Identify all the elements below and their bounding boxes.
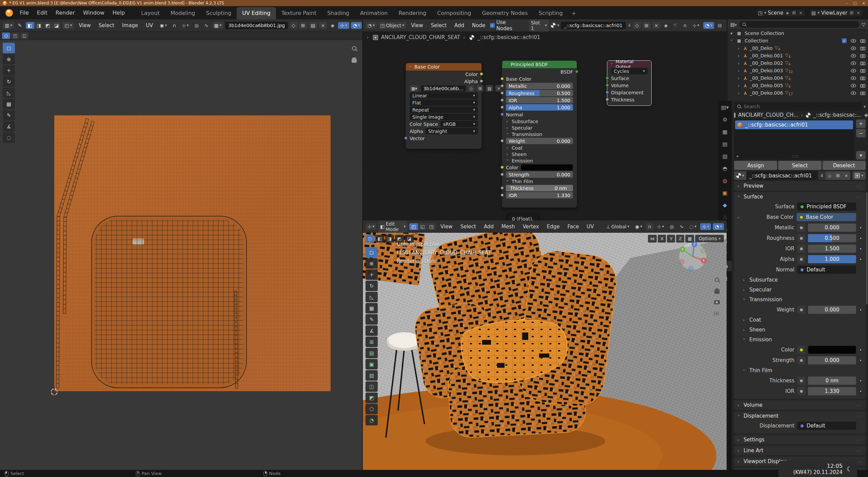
pan-hand-icon[interactable] xyxy=(714,288,719,294)
thin-film-section[interactable]: ›Thin Film xyxy=(502,178,577,185)
coat-section[interactable]: ›Coat xyxy=(502,145,577,151)
vp-menu-uv[interactable]: UV xyxy=(584,223,597,231)
remove-slot-button[interactable]: − xyxy=(856,129,866,137)
node-canvas[interactable]: › ANCILARY_CLOUD_CHAIR_SEAT › _::scfg::b… xyxy=(363,32,727,221)
mirror-z-button[interactable]: Z xyxy=(676,235,684,243)
uv-menu-select[interactable]: Select xyxy=(96,21,117,30)
snap-target-button[interactable]: ⊹▾ xyxy=(690,22,701,29)
thickness-slider[interactable]: ‹Thickness0 nm› xyxy=(506,185,573,191)
sheen-section[interactable]: ›Sheen xyxy=(502,151,577,157)
close-icon[interactable]: × xyxy=(862,1,865,5)
deselect-button[interactable]: Deselect xyxy=(823,161,866,170)
material-slot-list[interactable]: _::scfg::basicsac::acfri01 ▸:::: xyxy=(734,119,854,159)
uv-menu-view[interactable]: View xyxy=(76,21,94,30)
hide-eye-icon[interactable] xyxy=(851,76,856,80)
hide-eye-icon[interactable] xyxy=(851,46,856,50)
snap-settings-icon[interactable]: ▦ xyxy=(685,235,694,243)
weight-slider[interactable]: 0.000 xyxy=(808,306,856,314)
breadcrumb-material[interactable]: _::scfg::basicsac:... xyxy=(813,112,862,118)
line-art-panel[interactable]: ›Line Art:::: xyxy=(734,446,866,455)
hide-eye-icon[interactable] xyxy=(851,69,856,73)
principled-bsdf-node[interactable]: › Principled BSDF BSDF Base Color Metall… xyxy=(502,60,577,208)
tool-rotate[interactable]: ↻ xyxy=(366,281,378,291)
orientation-select[interactable]: ⊥ Global▾ xyxy=(604,223,631,230)
uv-menu-uv[interactable]: UV xyxy=(143,21,156,30)
sticky-select-button[interactable]: ◰▾ xyxy=(62,22,74,29)
select-mode-island[interactable]: ◪ xyxy=(52,22,61,29)
new-layer-icon[interactable]: ⊞ xyxy=(849,10,854,15)
falloff-curve-icon[interactable]: ∿ xyxy=(202,22,211,29)
transmission-section[interactable]: ›Transmission xyxy=(502,131,577,137)
object-row[interactable]: ›Y _00_Deko.003 ▽32 xyxy=(728,67,868,74)
strength-slider[interactable]: 0.000 xyxy=(808,356,856,364)
tool-move[interactable]: + xyxy=(3,65,15,76)
mirror-icon[interactable]: ⋈ xyxy=(648,235,657,243)
gizmo-toggle-button[interactable]: ⊹▾ xyxy=(338,22,349,29)
pin-icon[interactable]: ◈ xyxy=(329,22,337,29)
overlays-toggle-button[interactable]: ◔▾ xyxy=(351,22,362,29)
menu-help[interactable]: Help xyxy=(108,8,129,17)
tab-compositing[interactable]: Compositing xyxy=(432,7,476,19)
unlink-image-icon[interactable]: × xyxy=(319,22,327,29)
tool-measure[interactable]: ∡ xyxy=(366,325,378,336)
alpha-slider[interactable]: Alpha1.000 xyxy=(506,104,573,111)
render-camera-icon[interactable] xyxy=(860,61,865,65)
collection-row[interactable]: ›▦ Collection ✓ xyxy=(728,37,868,44)
slot-select[interactable]: Slot 1▾ xyxy=(529,19,549,32)
roughness-slider[interactable]: 0.500 xyxy=(808,234,856,242)
vp-menu-vertex[interactable]: Vertex xyxy=(519,223,542,231)
render-camera-icon[interactable] xyxy=(860,91,865,95)
mirror-x-button[interactable]: X xyxy=(658,235,666,243)
scene-collection-row[interactable]: ▾▦ Scene Collection xyxy=(728,30,868,37)
node-header[interactable]: › Principled BSDF xyxy=(502,61,577,68)
tab-view-layer[interactable]: ▧ xyxy=(718,151,732,161)
alpha-mode-select[interactable]: Straight▾ xyxy=(426,128,478,134)
options-dropdown-icon[interactable]: ▾ xyxy=(864,104,866,109)
material-slot-selected[interactable]: _::scfg::basicsac::acfri01 xyxy=(735,120,853,129)
editor-type-button[interactable]: ▤▾ xyxy=(718,102,732,112)
thin-film-section[interactable]: ›Thin Film xyxy=(737,366,862,375)
uv-sync-icon[interactable]: ✎ xyxy=(16,22,24,29)
expand-base-color[interactable]: › xyxy=(737,215,741,220)
material-icon[interactable] xyxy=(551,23,556,28)
tab-tool[interactable]: ⚙ xyxy=(718,114,732,125)
tool-bevel[interactable]: ▥ xyxy=(366,370,378,381)
hide-eye-icon[interactable] xyxy=(851,84,856,88)
node-menu-view[interactable]: View xyxy=(408,21,426,30)
image-browse-button[interactable]: ▦▾ xyxy=(212,22,224,29)
menu-window[interactable]: Window xyxy=(79,8,108,17)
link-target-button[interactable]: ▾ xyxy=(852,171,866,180)
snap-target-button[interactable]: ⊹▾ xyxy=(655,223,666,230)
select-mode-edge[interactable]: ◨ xyxy=(35,22,43,29)
image-name-field[interactable]: 3b1d4e00ca6b8b01.jpg xyxy=(225,22,288,29)
fake-user-shield-icon[interactable]: ◇ xyxy=(826,171,834,180)
expand-icon[interactable]: ▸ xyxy=(737,154,739,158)
pin-icon[interactable]: ◈ xyxy=(864,112,868,118)
tool-scale[interactable]: ◺ xyxy=(366,292,378,302)
object-row[interactable]: ›Y _00_Deko.004 ▽4 xyxy=(728,74,868,82)
navigation-gizmo[interactable]: X Y Z xyxy=(677,241,708,272)
image-icon[interactable]: ▦▾ xyxy=(410,85,419,92)
falloff-curve-icon[interactable]: ∿ xyxy=(678,223,686,230)
transmission-section[interactable]: ›Transmission xyxy=(737,295,862,304)
subsurface-section[interactable]: ›Subsurface xyxy=(737,276,862,284)
normal-socket[interactable] xyxy=(500,113,504,116)
tab-render[interactable]: ▦ xyxy=(718,127,732,137)
strength-slider[interactable]: Strength0.000 xyxy=(506,171,573,178)
tab-layout[interactable]: Layout xyxy=(136,7,165,19)
snap-magnet-icon[interactable]: ∩ xyxy=(646,223,653,230)
tab-rendering[interactable]: Rendering xyxy=(393,7,432,19)
image-texture-node[interactable]: › Base Color Color Alpha ▦▾ 3b1d4e00ca6b… xyxy=(406,63,482,149)
surface-shader-field[interactable]: Principled BSDF xyxy=(797,203,856,211)
mode-select[interactable]: ◧ Edit Mode▾ xyxy=(378,221,408,233)
add-slot-button[interactable]: + xyxy=(856,119,866,128)
proportional-edit-icon[interactable]: ◎ xyxy=(193,22,201,29)
roughness-slider[interactable]: Roughness0.500 xyxy=(506,90,573,96)
uv-tool-option-3[interactable]: ◱ xyxy=(20,33,28,39)
ior-slider[interactable]: IOR1.500 xyxy=(506,97,573,103)
menu-file[interactable]: File xyxy=(16,8,33,17)
tab-output[interactable]: ▤ xyxy=(718,139,732,149)
fake-user-shield-icon[interactable]: ◇ xyxy=(468,85,474,92)
thickness-slider[interactable]: 0 nm xyxy=(808,377,856,385)
tool-rotate[interactable]: ↻ xyxy=(3,76,15,87)
